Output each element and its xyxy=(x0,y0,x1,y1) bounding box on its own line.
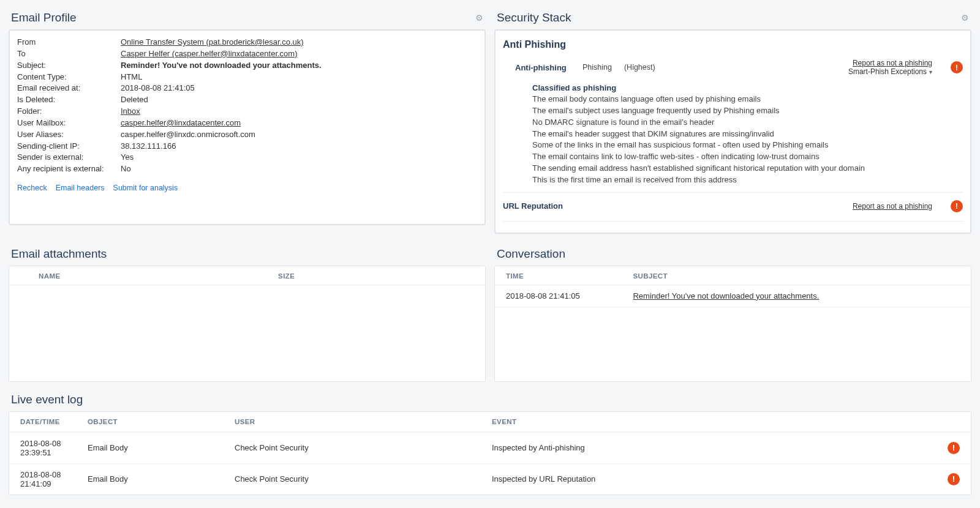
is-deleted-value: Deleted xyxy=(121,94,477,106)
classification-block: Classified as phishing The email body co… xyxy=(532,83,963,186)
label-received-at: Email received at: xyxy=(17,83,118,94)
settings-icon[interactable]: ⚙ xyxy=(961,13,969,23)
event-log-row: 2018-08-08 21:41:09 Email Body Check Poi… xyxy=(9,463,971,495)
url-reputation-name: URL Reputation xyxy=(503,201,563,211)
event-log-row: 2018-08-08 23:39:51 Email Body Check Poi… xyxy=(9,432,971,463)
classification-line: No DMARC signature is found in the email… xyxy=(532,117,963,129)
col-object: OBJECT xyxy=(88,418,235,425)
log-event: Inspected by Anti-phishing xyxy=(492,443,935,452)
client-ip-value: 38.132.111.166 xyxy=(121,141,477,152)
anti-phishing-verdict: Phishing xyxy=(582,63,612,72)
log-user: Check Point Security xyxy=(235,443,492,452)
settings-icon[interactable]: ⚙ xyxy=(475,13,483,23)
label-aliases: User Aliases: xyxy=(17,129,118,141)
log-event: Inspected by URL Reputation xyxy=(492,474,935,484)
event-log-table: DATE/TIME OBJECT USER EVENT 2018-08-08 2… xyxy=(9,411,971,495)
attachments-title: Email attachments xyxy=(11,247,483,261)
conversation-title: Conversation xyxy=(497,247,969,261)
mailbox-value[interactable]: casper.helfer@linxdatacenter.com xyxy=(121,118,241,127)
col-time: TIME xyxy=(506,272,633,280)
col-size: SIZE xyxy=(278,272,474,280)
classification-line: The email body contains language often u… xyxy=(532,94,963,105)
classification-line: The email contains link to low-traffic w… xyxy=(532,151,963,163)
submit-analysis-link[interactable]: Submit for analysis xyxy=(113,184,178,192)
alert-icon: ! xyxy=(948,442,960,454)
anti-phishing-name: Anti-phishing xyxy=(515,63,570,72)
conversation-table: TIME SUBJECT 2018-08-08 21:41:05 Reminde… xyxy=(494,266,971,382)
url-reputation-row: URL Reputation Report as not a phishing … xyxy=(503,198,963,216)
col-user: USER xyxy=(235,418,492,425)
folder-value[interactable]: Inbox xyxy=(121,106,140,116)
recheck-link[interactable]: Recheck xyxy=(17,184,47,192)
log-datetime: 2018-08-08 23:39:51 xyxy=(20,439,88,457)
label-sender-external: Sender is external: xyxy=(17,152,118,163)
classification-line: The email's subject uses language freque… xyxy=(532,105,963,117)
recipient-external-value: No xyxy=(121,163,477,175)
received-at-value: 2018-08-08 21:41:05 xyxy=(121,83,477,94)
col-datetime: DATE/TIME xyxy=(20,418,88,425)
classification-line: The sending email address hasn't establi… xyxy=(532,163,963,174)
classification-line: This is the first time an email is recei… xyxy=(532,174,963,186)
label-recipient-external: Any recipient is external: xyxy=(17,163,118,175)
sender-external-value: Yes xyxy=(121,152,477,163)
alert-icon: ! xyxy=(951,61,963,73)
anti-phishing-heading: Anti Phishing xyxy=(503,39,963,50)
conversation-subject[interactable]: Reminder! You've not downloaded your att… xyxy=(633,291,819,301)
log-datetime: 2018-08-08 21:41:09 xyxy=(20,470,88,488)
classification-line: Some of the links in the email has suspi… xyxy=(532,140,963,151)
content-type-value: HTML xyxy=(121,72,477,83)
conversation-row[interactable]: 2018-08-08 21:41:05 Reminder! You've not… xyxy=(495,285,971,307)
email-headers-link[interactable]: Email headers xyxy=(56,184,105,192)
col-name: NAME xyxy=(20,272,278,280)
security-stack-title: Security Stack ⚙ xyxy=(497,11,969,24)
alert-icon: ! xyxy=(948,473,960,485)
label-client-ip: Sending-client IP: xyxy=(17,141,118,152)
label-content-type: Content Type: xyxy=(17,72,118,83)
chevron-down-icon: ▾ xyxy=(929,69,932,75)
email-profile-title: Email Profile ⚙ xyxy=(11,11,483,24)
smart-phish-exceptions[interactable]: Smart-Phish Exceptions▾ xyxy=(848,67,932,76)
security-stack-panel: Anti Phishing Anti-phishing Phishing (Hi… xyxy=(494,29,971,234)
label-to: To xyxy=(17,48,118,60)
log-user: Check Point Security xyxy=(235,474,492,484)
col-subject: SUBJECT xyxy=(633,272,960,280)
alert-icon: ! xyxy=(951,200,963,212)
aliases-value: casper.helfer@linxdc.onmicrosoft.com xyxy=(121,129,477,141)
from-value[interactable]: Online Transfer System (pat.broderick@le… xyxy=(121,37,304,47)
event-log-title: Live event log xyxy=(11,393,969,406)
anti-phishing-severity: (Highest) xyxy=(624,63,655,72)
label-mailbox: User Mailbox: xyxy=(17,118,118,129)
anti-phishing-row: Anti-phishing Phishing (Highest) Report … xyxy=(503,56,963,80)
log-object: Email Body xyxy=(88,474,235,484)
label-is-deleted: Is Deleted: xyxy=(17,94,118,106)
col-event: EVENT xyxy=(492,418,935,425)
classification-heading: Classified as phishing xyxy=(532,83,963,92)
conversation-time: 2018-08-08 21:41:05 xyxy=(506,291,633,301)
classification-line: The email's header suggest that DKIM sig… xyxy=(532,129,963,140)
label-subject: Subject: xyxy=(17,60,118,72)
report-not-phishing-link[interactable]: Report as not a phishing xyxy=(853,59,932,67)
log-object: Email Body xyxy=(88,443,235,452)
subject-value: Reminder! You've not downloaded your att… xyxy=(121,60,477,72)
email-profile-panel: From Online Transfer System (pat.broderi… xyxy=(9,29,486,225)
label-from: From xyxy=(17,37,118,48)
label-folder: Folder: xyxy=(17,106,118,118)
report-not-phishing-link[interactable]: Report as not a phishing xyxy=(853,202,932,211)
to-value[interactable]: Casper Helfer (casper.helfer@linxdatacen… xyxy=(121,49,298,58)
attachments-table: NAME SIZE xyxy=(9,266,486,382)
